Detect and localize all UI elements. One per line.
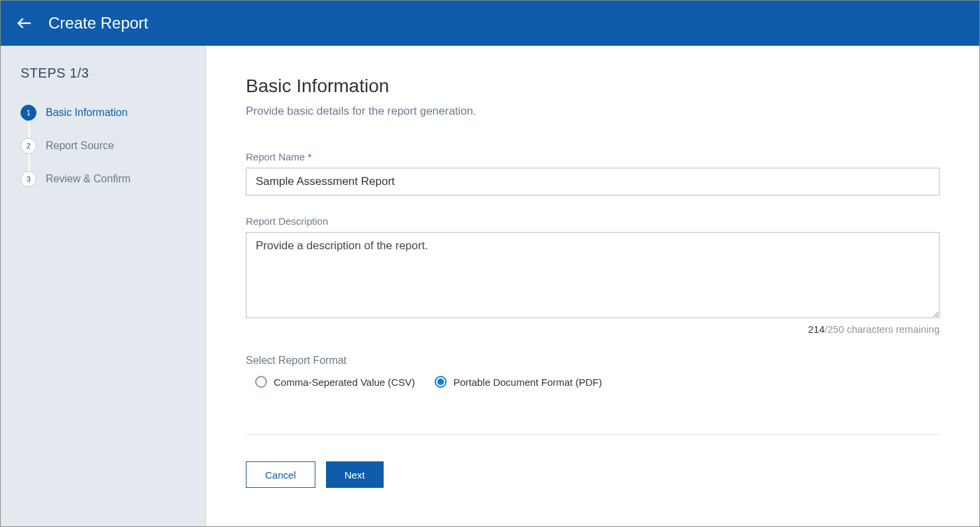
report-format-label: Select Report Format: [246, 355, 940, 367]
radio-label: Portable Document Format (PDF): [453, 377, 602, 388]
step-number-badge: 2: [21, 138, 36, 154]
cancel-button[interactable]: Cancel: [246, 461, 315, 488]
format-option-pdf[interactable]: Portable Document Format (PDF): [435, 376, 602, 388]
step-label: Review & Confirm: [46, 173, 131, 185]
app-header: Create Report: [1, 1, 979, 46]
report-name-label: Report Name *: [246, 151, 940, 162]
report-description-textarea[interactable]: [246, 232, 940, 318]
format-option-csv[interactable]: Comma-Seperated Value (CSV): [255, 376, 415, 388]
step-basic-information[interactable]: 1 Basic Information: [21, 105, 186, 121]
steps-heading: STEPS 1/3: [21, 66, 186, 81]
character-counter: 214/250 characters remaining: [246, 323, 940, 335]
main-content: Basic Information Provide basic details …: [206, 46, 979, 526]
next-button[interactable]: Next: [326, 461, 384, 488]
report-format-section: Select Report Format Comma-Seperated Val…: [246, 355, 940, 388]
step-label: Basic Information: [46, 107, 128, 119]
step-number-badge: 3: [21, 171, 36, 187]
radio-icon: [255, 376, 267, 388]
required-asterisk: *: [307, 151, 311, 162]
button-row: Cancel Next: [246, 461, 940, 488]
radio-label: Comma-Seperated Value (CSV): [274, 377, 415, 388]
report-description-field: Report Description 214/250 characters re…: [246, 215, 940, 335]
back-arrow-icon[interactable]: [14, 13, 35, 34]
section-title: Basic Information: [246, 76, 940, 97]
step-report-source[interactable]: 2 Report Source: [21, 138, 186, 154]
step-review-confirm[interactable]: 3 Review & Confirm: [21, 171, 186, 187]
step-number-badge: 1: [21, 105, 36, 121]
report-description-label: Report Description: [246, 215, 940, 227]
section-subtitle: Provide basic details for the report gen…: [246, 105, 940, 118]
wizard-sidebar: STEPS 1/3 1 Basic Information 2 Report S…: [1, 46, 206, 526]
page-title: Create Report: [48, 14, 148, 32]
report-name-field: Report Name *: [246, 151, 940, 196]
report-name-input[interactable]: [246, 168, 940, 196]
step-label: Report Source: [46, 140, 114, 152]
radio-icon: [435, 376, 447, 388]
divider: [246, 434, 940, 435]
